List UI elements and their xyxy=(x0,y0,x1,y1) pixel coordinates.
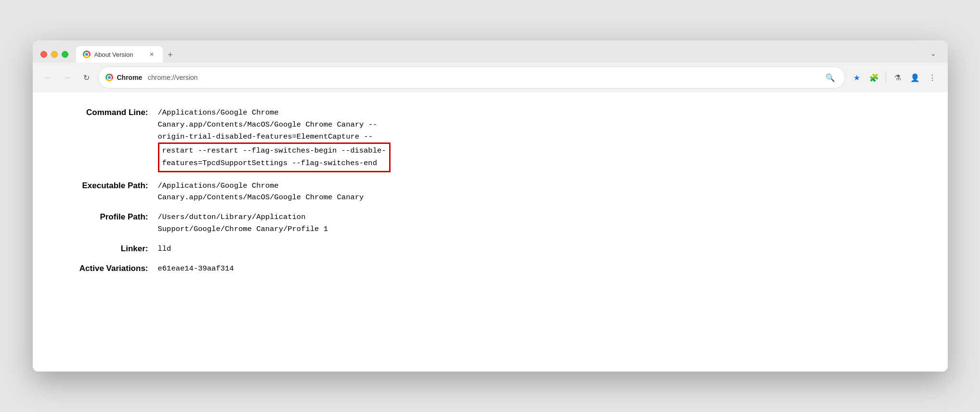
command-line-label: Command Line: xyxy=(52,107,158,117)
browser-window: About Version ✕ + ⌄ ← → ↻ Chrome chrome:… xyxy=(33,40,948,372)
forward-button[interactable]: → xyxy=(60,70,75,85)
zoom-button[interactable]: 🔍 xyxy=(823,70,838,85)
address-favicon xyxy=(105,74,113,81)
traffic-lights xyxy=(40,51,68,58)
tab-bar: About Version ✕ + xyxy=(76,46,921,63)
back-button[interactable]: ← xyxy=(40,70,56,85)
nav-actions: ★ 🧩 ⚗ 👤 ⋮ xyxy=(849,70,940,85)
close-button[interactable] xyxy=(40,51,47,58)
command-highlighted-text: restart --restart --flag-switches-begin … xyxy=(158,142,391,172)
executable-path-row: Executable Path: /Applications/Google Ch… xyxy=(52,180,928,204)
profile-path-row: Profile Path: /Users/dutton/Library/Appl… xyxy=(52,211,928,235)
linker-label: Linker: xyxy=(52,243,158,254)
profile-path-label: Profile Path: xyxy=(52,211,158,222)
command-line-value: /Applications/Google ChromeCanary.app/Co… xyxy=(158,107,928,172)
command-pre-text: /Applications/Google ChromeCanary.app/Co… xyxy=(158,107,928,142)
chrome-logo-icon xyxy=(83,51,91,58)
minimize-button[interactable] xyxy=(51,51,58,58)
extensions-button[interactable]: 🧩 xyxy=(866,70,882,85)
executable-path-value: /Applications/Google ChromeCanary.app/Co… xyxy=(158,180,928,204)
active-tab[interactable]: About Version ✕ xyxy=(76,46,163,63)
tab-title: About Version xyxy=(94,51,144,58)
address-chrome-logo-icon xyxy=(105,74,113,81)
tab-menu-button[interactable]: ⌄ xyxy=(927,47,940,60)
tab-favicon xyxy=(83,51,91,58)
active-variations-value: e61eae14-39aaf314 xyxy=(158,263,928,275)
executable-path-label: Executable Path: xyxy=(52,180,158,191)
title-bar: About Version ✕ + ⌄ xyxy=(33,40,948,63)
active-variations-label: Active Variations: xyxy=(52,263,158,273)
command-line-row: Command Line: /Applications/Google Chrom… xyxy=(52,107,928,172)
bookmark-button[interactable]: ★ xyxy=(849,70,864,85)
address-bar[interactable]: Chrome chrome://version 🔍 xyxy=(98,66,845,89)
reload-button[interactable]: ↻ xyxy=(79,70,94,85)
address-text: Chrome chrome://version xyxy=(117,74,819,81)
page-content: Command Line: /Applications/Google Chrom… xyxy=(33,92,948,372)
new-tab-button[interactable]: + xyxy=(164,48,177,62)
lab-button[interactable]: ⚗ xyxy=(890,70,905,85)
maximize-button[interactable] xyxy=(62,51,68,58)
tab-close-button[interactable]: ✕ xyxy=(147,50,156,59)
linker-value: lld xyxy=(158,243,928,255)
nav-bar: ← → ↻ Chrome chrome://version 🔍 ★ 🧩 ⚗ 👤 … xyxy=(33,63,948,92)
profile-button[interactable]: 👤 xyxy=(907,70,923,85)
nav-divider xyxy=(886,73,886,82)
chrome-menu-button[interactable]: ⋮ xyxy=(925,70,940,85)
address-site-name: Chrome xyxy=(117,74,143,81)
active-variations-row: Active Variations: e61eae14-39aaf314 xyxy=(52,263,928,275)
address-url: chrome://version xyxy=(144,74,197,81)
profile-path-value: /Users/dutton/Library/ApplicationSupport… xyxy=(158,211,928,235)
linker-row: Linker: lld xyxy=(52,243,928,255)
